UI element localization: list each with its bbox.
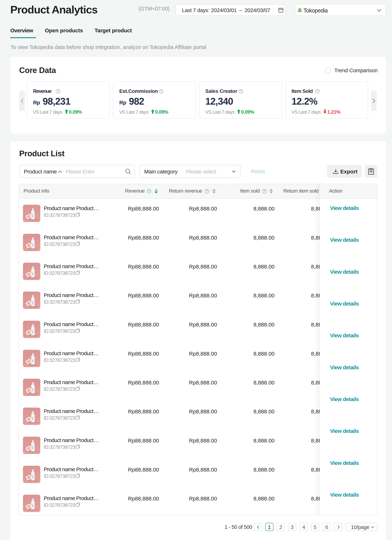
svg-text:?: ?: [57, 90, 59, 93]
svg-text:?: ?: [317, 90, 318, 93]
svg-text:?: ?: [160, 90, 162, 93]
svg-text:?: ?: [240, 90, 242, 93]
